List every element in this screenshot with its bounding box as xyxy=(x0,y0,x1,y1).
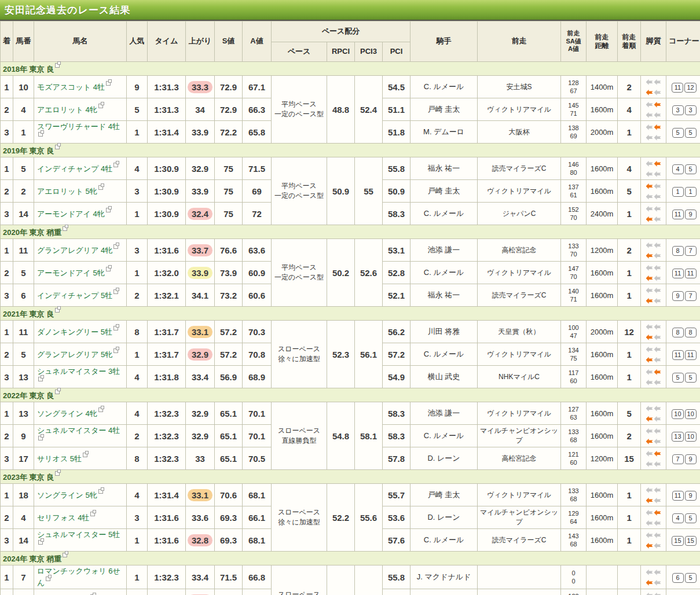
running-style-cell xyxy=(641,284,666,307)
finish-position: 2 xyxy=(1,98,13,121)
horse-name-link[interactable]: サリオス 5牡 xyxy=(37,454,82,463)
corner-position: 8 xyxy=(672,246,684,256)
last3f-cell: 32.9 xyxy=(186,425,215,447)
popup-icon[interactable] xyxy=(106,81,111,86)
horse-name-link[interactable]: シュネルマイスター 3牡 xyxy=(37,367,120,376)
last3f-value: 33.4 xyxy=(188,571,212,583)
previous-race: 安土城S xyxy=(478,76,561,98)
col-header-running-style: 脚質 xyxy=(641,21,666,62)
jockey-name: 戸崎 圭太 xyxy=(411,98,478,121)
horse-name-link[interactable]: アエロリット 5牝 xyxy=(37,187,97,196)
corner-position: 9 xyxy=(685,491,697,501)
pci-value: 58.5 xyxy=(383,589,411,595)
style-arrow-icon xyxy=(646,102,653,108)
a-value: 71.5 xyxy=(243,157,272,180)
horse-name-cell: アーモンドアイ 4牝 xyxy=(34,203,127,225)
horse-name-link[interactable]: インディチャンプ 5牡 xyxy=(37,291,112,300)
jockey-name: 川田 将雅 xyxy=(411,321,478,343)
prev-sa-values: 00 xyxy=(561,565,587,589)
prev-finish: 5 xyxy=(618,402,641,425)
popup-icon[interactable] xyxy=(98,489,103,494)
last3f-cell: 34.1 xyxy=(186,284,215,307)
popup-icon[interactable] xyxy=(113,244,118,249)
horse-name-link[interactable]: シュネルマイスター 4牡 xyxy=(37,426,120,435)
s-value: 75 xyxy=(215,157,243,180)
corner-position: 11 xyxy=(672,269,684,278)
horse-name-link[interactable]: ソングライン 5牝 xyxy=(37,491,97,499)
pci-value: 54.9 xyxy=(383,366,411,388)
popup-icon[interactable] xyxy=(98,185,103,190)
popup-icon[interactable] xyxy=(55,390,60,394)
horse-name-link[interactable]: セリフォス 4牡 xyxy=(37,513,89,522)
popup-icon[interactable] xyxy=(63,553,67,557)
horse-name-link[interactable]: アーモンドアイ 4牝 xyxy=(37,210,105,218)
finish-position: 3 xyxy=(1,121,13,144)
horse-name-link[interactable]: ソングライン 4牝 xyxy=(37,409,97,418)
popup-icon[interactable] xyxy=(38,377,43,381)
finish-position: 1 xyxy=(1,157,13,180)
prev-distance: 1400m xyxy=(587,76,618,98)
prev-sa-line: 70 xyxy=(562,273,585,281)
time: 1:31.7 xyxy=(148,343,186,366)
horse-name-link[interactable]: アエロリット 4牝 xyxy=(37,105,97,114)
style-arrow-icon xyxy=(646,347,653,352)
prev-sa-line: 71 xyxy=(562,295,585,303)
popup-icon[interactable] xyxy=(90,512,95,516)
popup-icon[interactable] xyxy=(38,132,43,137)
corner-position: 5 xyxy=(685,128,697,138)
popup-icon[interactable] xyxy=(106,267,111,271)
popup-icon[interactable] xyxy=(113,289,118,294)
popup-icon[interactable] xyxy=(98,104,103,108)
col-header-prev-distance: 前走 距離 xyxy=(587,21,618,62)
horse-name-cell: アエロリット 4牝 xyxy=(34,98,127,121)
pace-line: 平均ペース xyxy=(273,181,325,191)
corner-position: 1 xyxy=(672,187,684,197)
pci-value: 58.3 xyxy=(383,203,411,225)
previous-race: ヴィクトリアマイル xyxy=(478,484,561,506)
horse-name-link[interactable]: アーモンドアイ 5牝 xyxy=(37,269,105,277)
s-value: 65.1 xyxy=(215,402,243,425)
horse-name-link[interactable]: ダノンキングリー 5牡 xyxy=(37,328,112,336)
style-arrow-icon xyxy=(654,216,661,222)
previous-race xyxy=(478,565,561,589)
popup-icon[interactable] xyxy=(38,540,43,545)
popularity: 3 xyxy=(127,506,148,529)
popup-icon[interactable] xyxy=(46,576,50,581)
popup-icon[interactable] xyxy=(55,471,60,476)
popup-icon[interactable] xyxy=(63,226,67,231)
horse-name-link[interactable]: インディチャンプ 4牡 xyxy=(37,164,112,173)
popup-icon[interactable] xyxy=(83,453,87,457)
popup-icon[interactable] xyxy=(55,145,60,149)
col-header-horse-no: 馬番 xyxy=(13,21,34,62)
running-style-cell xyxy=(641,180,666,203)
style-arrow-icon xyxy=(646,510,653,516)
style-arrow-icon xyxy=(654,171,661,177)
corner-position: 4 xyxy=(672,164,684,174)
finish-position: 3 xyxy=(1,366,13,388)
popup-icon[interactable] xyxy=(113,326,118,330)
horse-name-link[interactable]: グランアレグリア 4牝 xyxy=(37,246,112,255)
horse-name-link[interactable]: モズアスコット 4牡 xyxy=(37,83,105,91)
running-style-cell xyxy=(641,425,666,447)
popup-icon[interactable] xyxy=(113,163,118,167)
popup-icon[interactable] xyxy=(98,407,103,412)
col-header-prev-sa: 前走 SA値 A値 xyxy=(561,21,587,62)
popup-icon[interactable] xyxy=(113,348,118,353)
popup-icon[interactable] xyxy=(106,208,111,212)
horse-name-link[interactable]: スワーヴリチャード 4牡 xyxy=(37,122,120,131)
horse-name-link[interactable]: グランアレグリア 5牝 xyxy=(37,350,112,359)
pace-cell: スローペース徐々に加速型 xyxy=(272,565,327,595)
style-arrow-icon xyxy=(654,439,661,445)
popup-icon[interactable] xyxy=(55,308,60,313)
col-header-pace-group: ペース配分 xyxy=(272,21,411,42)
popup-icon[interactable] xyxy=(55,63,60,68)
corner-position: 7 xyxy=(685,291,697,301)
prev-sa-line: 134 xyxy=(562,346,585,354)
section-label: 2024年 東京 稍重 xyxy=(3,554,61,563)
previous-race: ヴィクトリアマイル xyxy=(478,262,561,284)
horse-name-link[interactable]: シュネルマイスター 5牡 xyxy=(37,530,120,539)
popularity: 4 xyxy=(127,366,148,388)
popup-icon[interactable] xyxy=(38,436,43,440)
last3f-value: 33 xyxy=(191,453,209,465)
running-style-cell xyxy=(641,321,666,343)
